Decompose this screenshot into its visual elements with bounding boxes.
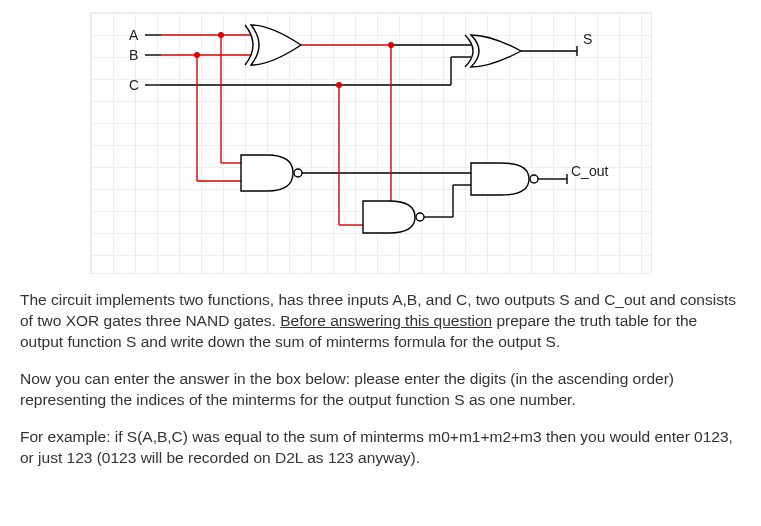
xor-gate-2 — [465, 35, 521, 67]
nand-gate-1 — [241, 155, 302, 191]
xor-gate-1 — [245, 25, 301, 65]
output-label-s: S — [583, 31, 592, 47]
input-label-c: C — [129, 77, 139, 93]
question-paragraph-2: Now you can enter the answer in the box … — [20, 369, 741, 411]
p1-underlined: Before answering this question — [280, 312, 492, 329]
input-label-a: A — [129, 27, 138, 43]
question-paragraph-3: For example: if S(A,B,C) was equal to th… — [20, 427, 741, 469]
circuit-diagram: A B C S C_out — [90, 12, 652, 274]
nand-gate-3 — [471, 163, 538, 195]
svg-point-27 — [416, 213, 424, 221]
svg-point-19 — [294, 169, 302, 177]
nand-gate-2 — [363, 201, 424, 233]
question-paragraph-1: The circuit implements two functions, ha… — [20, 290, 741, 353]
input-label-b: B — [129, 47, 138, 63]
circuit-svg — [91, 13, 651, 273]
svg-point-31 — [530, 175, 538, 183]
output-label-cout: C_out — [571, 163, 608, 179]
